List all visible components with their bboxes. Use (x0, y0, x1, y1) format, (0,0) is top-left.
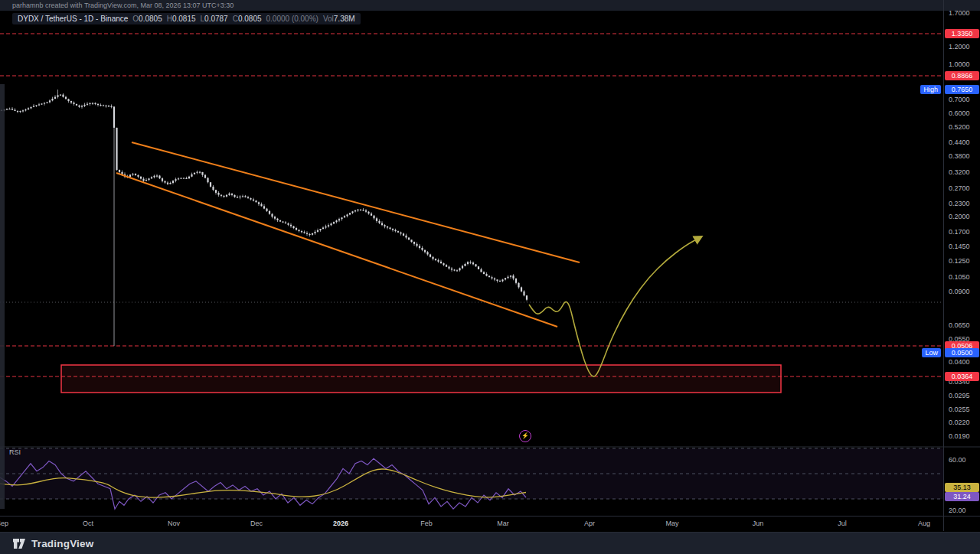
price-axis-label: 0.3200 (949, 168, 970, 176)
channel-drawing[interactable] (116, 142, 580, 327)
price-axis-label: 0.0650 (949, 321, 970, 329)
time-axis-label-Dec: Dec (250, 520, 263, 527)
rsi-value-badge: 31.24 (945, 492, 979, 501)
time-axis-label-Feb: Feb (420, 520, 433, 527)
close-value: 0.0805 (238, 15, 262, 23)
price-axis-label: 1.2000 (949, 43, 970, 51)
lightning-button[interactable]: ⚡ (519, 430, 531, 442)
price-axis-label: 0.0400 (949, 358, 970, 366)
high-tag: High (920, 85, 941, 94)
time-axis-label-May: May (665, 520, 678, 527)
symbol-title[interactable]: DYDX / TetherUS - 1D - Binance (18, 15, 128, 23)
rsi-indicator-label[interactable]: RSI (9, 448, 21, 456)
price-axis-label: 0.1700 (949, 228, 970, 236)
left-edge-strip (0, 84, 5, 509)
price-axis-label: 0.4400 (949, 138, 970, 146)
price-axis-label: 0.0255 (949, 406, 970, 413)
price-axis[interactable]: 1.70001.40001.20001.00000.70000.60000.52… (943, 0, 980, 531)
price-axis-label: 1.0000 (949, 60, 970, 68)
demand-zone-box[interactable] (61, 365, 781, 393)
low-tag: Low (922, 348, 941, 357)
volume-label: Vol (323, 15, 334, 23)
price-axis-label: 0.1050 (949, 273, 970, 281)
footer-bar: TradingView (0, 532, 980, 554)
price-axis-label: 0.2000 (949, 213, 970, 220)
rsi-value-badge: 35.13 (945, 483, 979, 492)
price-badge-0.8866: 0.8866 (945, 71, 979, 80)
tradingview-logo-icon[interactable] (12, 538, 26, 549)
price-axis-label: 0.1250 (949, 257, 970, 265)
time-axis-label-Mar: Mar (497, 520, 509, 527)
candlestick-series (1, 90, 528, 346)
tradingview-brand[interactable]: TradingView (31, 538, 93, 549)
time-axis-label-Jul: Jul (838, 520, 847, 527)
time-axis-label-Aug: Aug (918, 520, 930, 527)
time-axis-label-2026: 2026 (333, 520, 348, 527)
close-label: C (233, 15, 238, 23)
symbol-legend[interactable]: DYDX / TetherUS - 1D - Binance O0.0805 H… (12, 13, 361, 24)
time-axis-label-Apr: Apr (584, 520, 595, 527)
price-axis-label: 0.0220 (949, 419, 970, 426)
price-axis-label: 0.7000 (949, 96, 970, 103)
low-value: 0.0787 (204, 15, 228, 23)
volume-value: 7.38M (334, 15, 355, 23)
price-badge-0.0364: 0.0364 (945, 372, 979, 381)
price-axis-label: 0.0295 (949, 392, 970, 399)
high-label: H (167, 15, 172, 23)
time-axis-label-Sep: Sep (0, 520, 8, 527)
time-axis-label-Oct: Oct (83, 520, 93, 527)
price-axis-label: 1.7000 (949, 9, 970, 17)
price-axis-label: 0.5200 (949, 123, 970, 131)
open-value: 0.0805 (139, 15, 162, 23)
tradingview-window: parhamnb created with TradingView.com, M… (0, 0, 980, 554)
time-axis[interactable]: SepOctNovDec2026FebMarAprMayJunJulAug (0, 516, 980, 532)
rsi-axis-label: 60.00 (949, 456, 966, 464)
price-axis-label: 0.2700 (949, 184, 970, 192)
price-badge-0.0500: 0.0500 (945, 348, 979, 357)
projection-path-drawing[interactable] (529, 238, 699, 376)
price-axis-label: 0.0190 (949, 432, 970, 440)
price-badge-1.3350: 1.3350 (945, 29, 979, 38)
time-axis-label-Jun: Jun (753, 520, 764, 527)
alert-price-lines[interactable] (0, 34, 943, 376)
price-axis-label: 0.2300 (949, 200, 970, 207)
price-axis-label: 0.3800 (949, 152, 970, 160)
price-axis-label: 0.6000 (949, 109, 970, 117)
chart-canvas[interactable] (0, 0, 980, 554)
change-value: 0.0000 (0.00%) (266, 15, 318, 23)
price-badge-0.7650: 0.7650 (945, 85, 979, 94)
time-axis-label-Nov: Nov (168, 520, 180, 527)
price-axis-label: 0.0900 (949, 288, 970, 295)
rsi-axis-label: 20.00 (949, 507, 966, 514)
price-axis-label: 0.1450 (949, 243, 970, 250)
open-label: O (132, 15, 139, 23)
high-value: 0.0815 (172, 15, 196, 23)
channel-lower-line (116, 173, 557, 327)
